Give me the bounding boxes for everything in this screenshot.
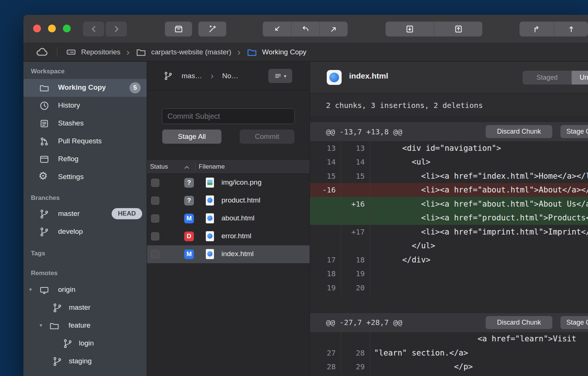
file-list: ? img/icon.png ? product.html	[147, 174, 310, 263]
discard-chunk-button[interactable]: Discard Chunk	[486, 316, 552, 329]
diff-line: 28 29 </p>	[310, 360, 588, 374]
stage-checkbox[interactable]	[151, 250, 159, 258]
breadcrumb-working-copy[interactable]: Working Copy	[246, 47, 306, 58]
code-text: </p>	[370, 360, 588, 374]
sidebar-remote-branch-login[interactable]: login	[23, 335, 147, 353]
main-content: Workspace Working Copy 5 History Stashes…	[23, 62, 588, 376]
open-repository-button[interactable]	[165, 22, 192, 36]
code-text: <div id="navigation">	[370, 141, 588, 155]
code-text: <li><a href="product.html">Products</a><…	[370, 211, 588, 225]
disclosure-triangle-icon[interactable]: ▼	[39, 323, 43, 328]
sidebar-item-working-copy[interactable]: Working Copy 5	[23, 79, 147, 97]
unstaged-tab[interactable]: Unstaged	[572, 71, 588, 85]
stash-button[interactable]	[386, 22, 434, 36]
sidebar-item-label: origin	[58, 286, 75, 294]
diff-line: -16 <li><a href="about.html">About</a></…	[310, 183, 588, 197]
old-line-number: 28	[310, 360, 341, 374]
sidebar-branch-develop[interactable]: develop	[23, 223, 147, 241]
staged-unstaged-segmented-control: Staged Unstaged	[523, 71, 588, 85]
back-button[interactable]	[83, 22, 104, 36]
discard-chunk-button[interactable]: Discard Chunk	[486, 125, 552, 138]
new-line-number: 20	[341, 281, 370, 295]
create-branch-button[interactable]	[520, 22, 554, 36]
diff-line: 17 18 </div>	[310, 253, 588, 267]
diff-line: 27 28 "learn" section.</a>	[310, 346, 588, 360]
stage-checkbox[interactable]	[151, 232, 159, 240]
open-repository-icon	[174, 24, 183, 34]
file-row[interactable]: M index.html	[147, 245, 310, 263]
unstash-button[interactable]	[434, 22, 482, 36]
quick-actions-button[interactable]	[198, 22, 226, 36]
new-line-number: 19	[341, 267, 370, 281]
file-row[interactable]: ? product.html	[147, 192, 310, 210]
breadcrumb-repo[interactable]: carparts-website (master)	[135, 47, 231, 58]
cloud-icon[interactable]	[35, 45, 49, 59]
folder-icon	[135, 47, 147, 58]
sidebar-branch-master[interactable]: master HEAD	[23, 205, 147, 223]
old-line-number	[310, 239, 341, 253]
filename-column-header[interactable]: Filename	[199, 163, 225, 171]
view-options-dropdown[interactable]: ▾	[268, 69, 292, 83]
sidebar-item-label: Pull Requests	[58, 137, 102, 145]
sidebar-item-settings[interactable]: ⚙ Settings	[23, 168, 147, 186]
disclosure-triangle-icon[interactable]: ▼	[28, 287, 33, 292]
status-badge: M	[184, 214, 194, 223]
diff-line: 14 14 <ul>	[310, 155, 588, 169]
push-button[interactable]	[319, 22, 348, 36]
commit-button[interactable]: Commit	[240, 130, 294, 144]
file-row[interactable]: M about.html	[147, 210, 310, 227]
minimize-window-button[interactable]	[48, 25, 56, 32]
sidebar-item-reflog[interactable]: Reflog	[23, 150, 147, 168]
file-row[interactable]: ? img/icon.png	[147, 174, 310, 192]
stage-checkbox[interactable]	[151, 214, 159, 223]
chunk-header: @@ -27,7 +28,7 @@ Discard Chunk Stage Ch…	[310, 313, 588, 332]
forward-button[interactable]	[106, 22, 127, 36]
head-badge: HEAD	[112, 208, 142, 219]
staged-tab[interactable]: Staged	[523, 71, 572, 85]
sidebar-remote-folder-feature[interactable]: ▼ feature	[23, 317, 147, 335]
stage-chunk-button[interactable]: Stage Chunk	[560, 125, 588, 138]
stage-chunk-button[interactable]: Stage Chunk	[560, 316, 588, 329]
new-line-number: 29	[341, 360, 370, 374]
file-row[interactable]: D error.html	[147, 227, 310, 245]
stash-button-group	[386, 22, 482, 36]
file-name: index.html	[221, 250, 254, 258]
sidebar-item-stashes[interactable]: Stashes	[23, 115, 147, 133]
branch-icon	[39, 209, 49, 219]
status-badge: ?	[184, 178, 194, 188]
new-line-number: +17	[341, 225, 370, 239]
close-window-button[interactable]	[33, 25, 41, 32]
sidebar-remote-origin[interactable]: ▼ origin	[23, 281, 147, 299]
sidebar-item-pull-requests[interactable]: Pull Requests	[23, 133, 147, 150]
new-line-number: 15	[341, 169, 370, 183]
reflog-window-icon	[39, 154, 49, 165]
old-line-number	[310, 225, 341, 239]
old-line-number: 17	[310, 253, 341, 267]
gear-icon: ⚙	[38, 171, 48, 181]
sidebar-remote-branch-master[interactable]: master	[23, 299, 147, 317]
zoom-window-button[interactable]	[63, 25, 71, 32]
old-line-number: 19	[310, 281, 341, 295]
code-text: <li><a href="imprint.html">Imprint</a></…	[370, 225, 588, 239]
upstream-branch-label[interactable]: No…	[222, 72, 238, 80]
stage-checkbox[interactable]	[151, 197, 159, 205]
breadcrumb-repositories[interactable]: Repositories	[65, 47, 121, 58]
fetch-button[interactable]	[263, 22, 291, 36]
diff-line: </ul>	[310, 239, 588, 253]
push-upstream-button[interactable]	[554, 22, 588, 36]
file-table-header[interactable]: Status Filename	[147, 159, 310, 174]
status-column-header[interactable]: Status	[150, 163, 168, 171]
diff-lines: <a href="learn">Visit 27 28 "learn" sect…	[310, 332, 588, 374]
pull-button[interactable]	[291, 22, 319, 36]
breadcrumb-working-copy-label: Working Copy	[262, 48, 306, 56]
file-type-icon	[206, 195, 214, 205]
diff-line: 18 19	[310, 267, 588, 281]
branch-icon	[163, 71, 173, 81]
current-branch-label[interactable]: mas…	[182, 72, 202, 80]
sidebar-item-history[interactable]: History	[23, 97, 147, 115]
sidebar-remote-branch-staging[interactable]: staging	[23, 353, 147, 370]
stage-checkbox[interactable]	[151, 179, 159, 187]
sort-ascending-icon	[184, 165, 189, 169]
stage-all-button[interactable]: Stage All	[162, 130, 221, 144]
commit-subject-input[interactable]	[162, 108, 295, 124]
